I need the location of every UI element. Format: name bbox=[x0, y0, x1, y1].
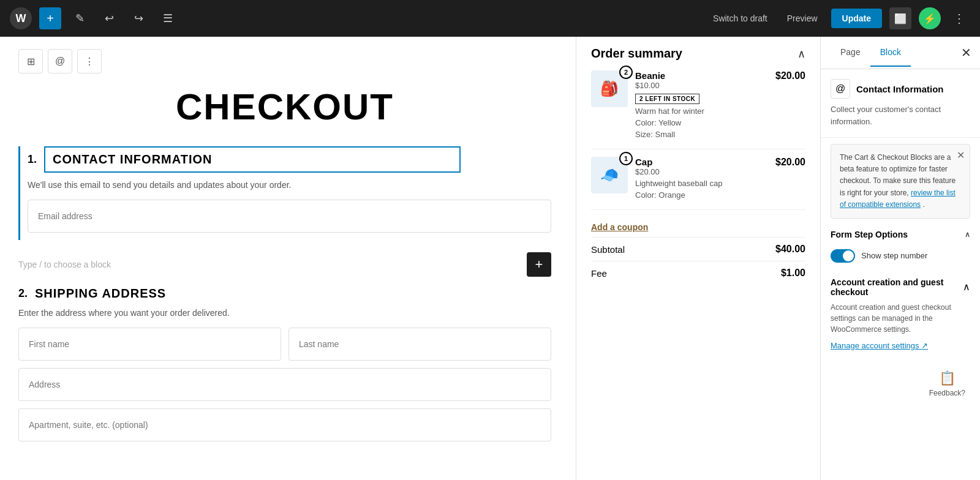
account-creation-section: Account creation and guest checkout ∧ Ac… bbox=[821, 268, 980, 361]
subtotal-value: $40.00 bbox=[775, 244, 805, 255]
first-name-input[interactable] bbox=[18, 328, 281, 361]
section2-header: 2. SHIPPING ADDRESS bbox=[18, 287, 551, 301]
email-input[interactable] bbox=[28, 200, 551, 233]
info-box-text-end: . bbox=[922, 200, 924, 209]
show-step-number-label: Show step number bbox=[861, 251, 927, 260]
subtotal-row: Subtotal $40.00 bbox=[591, 237, 805, 261]
contact-info-title: Contact Information bbox=[856, 84, 944, 94]
form-step-options-header[interactable]: Form Step Options ∧ bbox=[831, 225, 970, 244]
beanie-unit-price: $10.00 bbox=[635, 81, 768, 90]
main-layout: ⊞ @ ⋮ CHECKOUT 1. We'll use this email t… bbox=[0, 37, 980, 480]
fee-label: Fee bbox=[591, 268, 607, 279]
page-title: CHECKOUT bbox=[18, 86, 551, 128]
add-block-inline-button[interactable]: + bbox=[527, 252, 551, 277]
subtotal-label: Subtotal bbox=[591, 244, 625, 255]
beanie-desc2: Color: Yellow bbox=[635, 118, 768, 127]
apartment-input[interactable] bbox=[18, 408, 551, 441]
fee-value: $1.00 bbox=[781, 268, 805, 279]
order-item-cap: 🧢 1 Cap $20.00 Lightweight baseball cap … bbox=[591, 157, 805, 200]
contact-info-icon: @ bbox=[831, 79, 850, 99]
name-row bbox=[18, 328, 551, 361]
show-step-number-toggle[interactable] bbox=[831, 249, 855, 263]
account-section-chevron-icon: ∧ bbox=[963, 281, 970, 293]
settings-icon-button[interactable]: ⬜ bbox=[889, 7, 911, 29]
settings-sidebar: Page Block ✕ @ Contact Information Colle… bbox=[821, 37, 980, 480]
add-block-text: Type / to choose a block bbox=[18, 260, 111, 269]
section2-number: 2. bbox=[18, 287, 28, 300]
block-more-button[interactable]: ⋮ bbox=[77, 49, 102, 73]
cap-total-price: $20.00 bbox=[775, 157, 805, 200]
beanie-total-price: $20.00 bbox=[775, 70, 805, 139]
show-step-number-row: Show step number bbox=[831, 244, 970, 268]
cap-unit-price: $20.00 bbox=[635, 167, 768, 176]
fee-row: Fee $1.00 bbox=[591, 261, 805, 285]
manage-account-settings-link[interactable]: Manage account settings ↗ bbox=[831, 341, 928, 350]
shipping-section: 2. SHIPPING ADDRESS Enter the address wh… bbox=[18, 287, 551, 449]
add-coupon-button[interactable]: Add a coupon bbox=[591, 217, 648, 237]
preview-button[interactable]: Preview bbox=[781, 10, 824, 27]
last-name-input[interactable] bbox=[288, 328, 551, 361]
undo-button[interactable]: ↩ bbox=[98, 7, 120, 29]
section1-number: 1. bbox=[28, 153, 37, 166]
performance-button[interactable]: ⚡ bbox=[919, 7, 941, 29]
contact-info-desc: Collect your customer's contact informat… bbox=[831, 103, 970, 127]
cap-emoji: 🧢 bbox=[600, 167, 619, 184]
account-creation-title: Account creation and guest checkout bbox=[831, 277, 963, 297]
more-options-button[interactable]: ⋮ bbox=[948, 7, 970, 29]
feedback-area: 📋 Feedback? bbox=[821, 361, 980, 407]
account-creation-header[interactable]: Account creation and guest checkout ∧ bbox=[831, 277, 970, 297]
cap-desc1: Lightweight baseball cap bbox=[635, 179, 768, 188]
wp-logo-icon: W bbox=[16, 12, 26, 25]
feedback-button[interactable]: 📋 Feedback? bbox=[919, 361, 975, 407]
cap-image: 🧢 1 bbox=[591, 157, 628, 193]
at-icon: @ bbox=[835, 83, 845, 94]
section1-title-input[interactable] bbox=[44, 146, 461, 173]
info-box-close-button[interactable]: ✕ bbox=[957, 149, 965, 161]
tab-page[interactable]: Page bbox=[831, 39, 870, 67]
list-view-button[interactable]: ☰ bbox=[157, 7, 179, 29]
contact-info-header: @ Contact Information bbox=[831, 79, 970, 99]
tab-block[interactable]: Block bbox=[870, 39, 911, 67]
beanie-image: 🎒 2 bbox=[591, 70, 628, 107]
address-input[interactable] bbox=[18, 368, 551, 401]
toggle-knob bbox=[843, 250, 854, 261]
feedback-label: Feedback? bbox=[929, 389, 965, 397]
contact-info-section: @ Contact Information Collect your custo… bbox=[821, 69, 980, 138]
add-block-button[interactable]: + bbox=[39, 7, 61, 29]
order-items-divider bbox=[591, 149, 805, 149]
cap-desc2: Color: Orange bbox=[635, 190, 768, 200]
sidebar-tabs-row: Page Block ✕ bbox=[821, 37, 980, 69]
wp-logo-button[interactable]: W bbox=[10, 7, 32, 29]
form-step-chevron-icon: ∧ bbox=[965, 230, 970, 239]
coupon-divider bbox=[591, 209, 805, 210]
cap-quantity-badge: 1 bbox=[619, 152, 633, 165]
edit-button[interactable]: ✎ bbox=[69, 7, 91, 29]
cap-name: Cap bbox=[635, 157, 768, 167]
block-at-button[interactable]: @ bbox=[48, 49, 72, 73]
beanie-desc3: Size: Small bbox=[635, 130, 768, 139]
order-summary-column: Order summary ∧ 🎒 2 Beanie $10.00 2 LEFT… bbox=[576, 37, 821, 480]
form-step-options-title: Form Step Options bbox=[831, 230, 908, 239]
sidebar-close-button[interactable]: ✕ bbox=[952, 37, 980, 69]
beanie-desc1: Warm hat for winter bbox=[635, 107, 768, 116]
redo-button[interactable]: ↪ bbox=[127, 7, 149, 29]
info-box: ✕ The Cart & Checkout Blocks are a beta … bbox=[831, 144, 970, 219]
section1-header: 1. bbox=[28, 146, 551, 173]
beanie-quantity-badge: 2 bbox=[619, 66, 633, 79]
section2-description: Enter the address where you want your or… bbox=[18, 308, 551, 318]
order-summary-collapse-button[interactable]: ∧ bbox=[797, 47, 805, 61]
performance-icon: ⚡ bbox=[924, 13, 936, 24]
beanie-details: Beanie $10.00 2 LEFT IN STOCK Warm hat f… bbox=[635, 70, 768, 139]
editor-toolbar: ⊞ @ ⋮ bbox=[18, 49, 551, 73]
block-layout-button[interactable]: ⊞ bbox=[18, 49, 43, 73]
update-button[interactable]: Update bbox=[831, 9, 882, 28]
feedback-icon: 📋 bbox=[939, 370, 956, 386]
account-creation-desc: Account creation and guest checkout sett… bbox=[831, 302, 970, 335]
beanie-emoji: 🎒 bbox=[600, 80, 619, 97]
order-item-beanie: 🎒 2 Beanie $10.00 2 LEFT IN STOCK Warm h… bbox=[591, 70, 805, 139]
section1-description: We'll use this email to send you details… bbox=[28, 180, 551, 190]
switch-draft-button[interactable]: Switch to draft bbox=[707, 10, 774, 27]
order-summary-header: Order summary ∧ bbox=[591, 47, 805, 61]
topbar-right-actions: Switch to draft Preview Update ⬜ ⚡ ⋮ bbox=[707, 7, 970, 29]
form-step-options-section: Form Step Options ∧ Show step number bbox=[821, 225, 980, 268]
